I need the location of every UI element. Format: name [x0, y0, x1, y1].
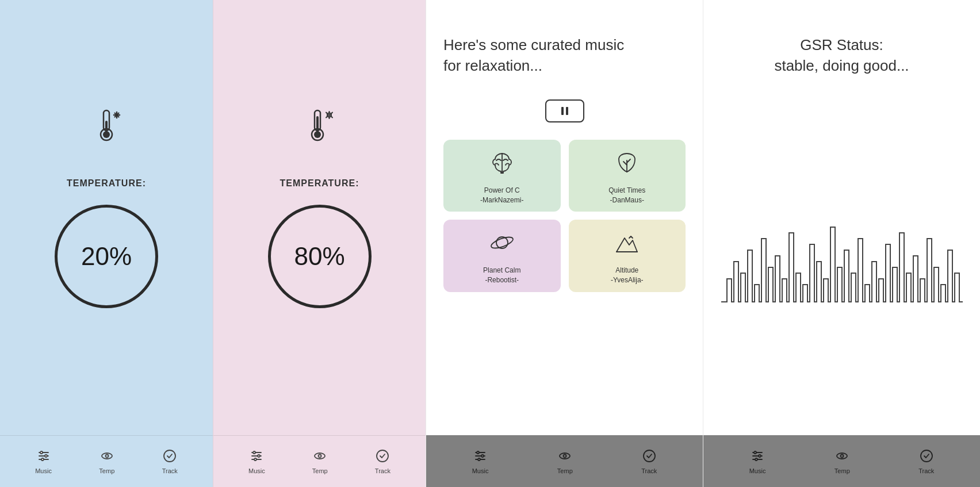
music-card-power-of-c[interactable]: Power Of C -MarkNazemi- — [443, 140, 561, 212]
nav-temp-label-1: Temp — [99, 467, 114, 474]
svg-point-50 — [477, 451, 479, 454]
temperature-value-2: 80% — [294, 242, 344, 271]
check-circle-icon-2 — [376, 449, 389, 465]
svg-point-16 — [164, 450, 175, 462]
nav-music-1[interactable]: Music — [35, 449, 52, 474]
nav-music-label-4: Music — [749, 467, 766, 474]
nav-temp-label-4: Temp — [834, 467, 850, 474]
music-title: Here's some curated music for relaxation… — [443, 34, 624, 76]
nav-track-4[interactable]: Track — [918, 449, 934, 474]
cold-temp-panel: TEMPERATURE: 20% Music — [0, 0, 213, 487]
svg-point-32 — [253, 451, 255, 454]
svg-point-60 — [759, 455, 761, 457]
svg-rect-39 — [566, 107, 568, 115]
eye-icon-4 — [835, 449, 849, 465]
eye-icon-3 — [558, 449, 572, 465]
svg-line-42 — [623, 162, 627, 165]
svg-point-53 — [560, 453, 570, 459]
hot-temp-panel: TEMPERATURE: 80% Music — [213, 0, 426, 487]
music-grid: Power Of C -MarkNazemi- Quiet Times -Dan… — [443, 140, 686, 292]
svg-rect-38 — [561, 107, 564, 115]
music-card-altitude[interactable]: Altitude -YvesAlija- — [569, 220, 686, 292]
nav-music-label-2: Music — [248, 467, 265, 474]
music-card-title-3: Planet Calm -Rebootist- — [483, 266, 520, 285]
nav-track-1[interactable]: Track — [162, 449, 178, 474]
sliders-icon-3 — [473, 449, 487, 465]
music-card-title-2: Quiet Times -DanMaus- — [608, 186, 645, 205]
svg-point-14 — [102, 453, 112, 459]
nav-temp-label-3: Temp — [557, 467, 573, 474]
bottom-nav-4: Music Temp Track — [703, 435, 980, 487]
svg-point-13 — [41, 458, 44, 461]
nav-temp-label-2: Temp — [312, 467, 328, 474]
sliders-icon-2 — [250, 449, 263, 465]
svg-point-3 — [103, 131, 110, 138]
svg-point-15 — [105, 454, 108, 457]
nav-music-label-1: Music — [35, 467, 52, 474]
svg-point-11 — [40, 451, 43, 454]
temperature-value: 20% — [81, 242, 132, 271]
nav-track-label-4: Track — [918, 467, 934, 474]
nav-temp-4[interactable]: Temp — [834, 449, 850, 474]
svg-point-34 — [254, 458, 257, 461]
bottom-nav-1: Music Temp Track — [0, 435, 213, 487]
music-content: Here's some curated music for relaxation… — [426, 0, 703, 435]
svg-rect-19 — [316, 116, 319, 133]
svg-point-12 — [45, 455, 47, 457]
svg-point-64 — [921, 450, 932, 462]
music-card-title-4: Altitude -YvesAlija- — [611, 266, 644, 285]
gsr-title-line1: GSR Status: — [800, 36, 883, 53]
svg-point-52 — [478, 458, 480, 461]
temp-content: TEMPERATURE: 20% — [0, 0, 213, 435]
sliders-icon-1 — [37, 449, 51, 465]
check-circle-icon-4 — [920, 449, 933, 465]
check-circle-icon-1 — [163, 449, 177, 465]
gsr-waveform — [721, 187, 963, 325]
svg-point-54 — [564, 454, 566, 457]
bottom-nav-2: Music Temp Track — [213, 435, 426, 487]
thermometer-hot-icon — [300, 105, 340, 149]
nav-temp-1[interactable]: Temp — [99, 449, 114, 474]
gsr-panel: GSR Status: stable, doing good... — [703, 0, 980, 487]
mountain-icon — [613, 229, 641, 260]
nav-track-2[interactable]: Track — [375, 449, 391, 474]
bottom-nav-3: Music Temp Track — [426, 435, 703, 487]
svg-point-35 — [315, 453, 325, 459]
music-title-line1: Here's some curated music — [443, 36, 624, 53]
temperature-label: TEMPERATURE: — [67, 178, 146, 189]
nav-track-3[interactable]: Track — [641, 449, 657, 474]
svg-point-20 — [314, 131, 321, 138]
sliders-icon-4 — [751, 449, 764, 465]
svg-point-36 — [319, 454, 321, 457]
nav-music-3[interactable]: Music — [472, 449, 489, 474]
nav-temp-2[interactable]: Temp — [312, 449, 328, 474]
thermometer-cold-icon — [86, 105, 127, 149]
svg-point-55 — [644, 450, 655, 462]
svg-point-33 — [258, 455, 260, 457]
svg-point-61 — [755, 458, 757, 461]
brain-icon — [488, 149, 516, 180]
music-card-quiet-times[interactable]: Quiet Times -DanMaus- — [569, 140, 686, 212]
temperature-circle-2: 80% — [268, 205, 372, 308]
gsr-content: GSR Status: stable, doing good... — [703, 0, 980, 435]
nav-music-label-3: Music — [472, 467, 489, 474]
nav-track-label-3: Track — [641, 467, 657, 474]
nav-music-2[interactable]: Music — [248, 449, 265, 474]
svg-point-62 — [837, 453, 847, 459]
check-circle-icon-3 — [642, 449, 656, 465]
planet-icon — [488, 229, 516, 260]
music-card-planet-calm[interactable]: Planet Calm -Rebootist- — [443, 220, 561, 292]
svg-point-37 — [377, 450, 388, 462]
nav-music-4[interactable]: Music — [749, 449, 766, 474]
gsr-title: GSR Status: stable, doing good... — [721, 34, 963, 76]
nav-track-label-1: Track — [162, 467, 178, 474]
temp-content-2: TEMPERATURE: 80% — [213, 0, 426, 435]
nav-temp-3[interactable]: Temp — [557, 449, 573, 474]
pause-button[interactable] — [545, 99, 584, 122]
temperature-circle: 20% — [55, 205, 158, 308]
eye-icon-2 — [313, 449, 327, 465]
svg-line-43 — [627, 159, 630, 163]
music-card-title-1: Power Of C -MarkNazemi- — [480, 186, 523, 205]
nav-track-label-2: Track — [375, 467, 391, 474]
temperature-label-2: TEMPERATURE: — [280, 178, 359, 189]
